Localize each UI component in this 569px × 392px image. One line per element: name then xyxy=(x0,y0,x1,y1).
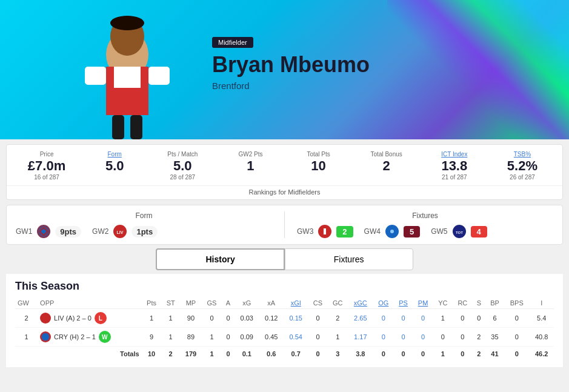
row-st: 1 xyxy=(161,328,179,347)
row-bps: 0 xyxy=(504,309,529,328)
th-s: S xyxy=(473,297,485,309)
th-gc: GC xyxy=(327,297,348,309)
gw5-score: 4 xyxy=(471,226,487,238)
gw4-label: GW4 xyxy=(364,227,381,236)
row-xg: 0.09 xyxy=(235,328,259,347)
th-og: OG xyxy=(373,297,394,309)
row-gc: 1 xyxy=(327,328,348,347)
totals-row: Totals 10 2 179 1 0 0.1 0.6 0.7 0 3 3.8 … xyxy=(15,347,554,362)
tab-section: History Fixtures xyxy=(6,248,563,270)
row-gw: 2 xyxy=(15,309,38,328)
row-i: 40.8 xyxy=(529,328,554,347)
th-i: I xyxy=(529,297,554,309)
row-ps: 0 xyxy=(394,309,413,328)
totals-cs: 0 xyxy=(308,347,327,362)
table-row: 1 CRY (H) 2 – 1 W 9 1 89 1 0 0.09 0.45 0… xyxy=(15,328,554,347)
th-cs: CS xyxy=(308,297,327,309)
stat-tsb: TSB% 5.2% 26 of 287 xyxy=(498,151,547,181)
th-xa: xA xyxy=(259,297,284,309)
row-s: 2 xyxy=(473,328,485,347)
total-bonus-rank xyxy=(362,174,411,181)
player-team: Brentford xyxy=(212,81,370,91)
total-bonus-value: 2 xyxy=(383,158,390,173)
th-yc: YC xyxy=(433,297,453,309)
totals-xg: 0.1 xyxy=(235,347,259,362)
th-bps: BPS xyxy=(504,297,529,309)
header-bg-decoration xyxy=(387,0,569,139)
tsb-value: 5.2% xyxy=(507,158,537,173)
row-opp: CRY (H) 2 – 1 W xyxy=(38,328,142,347)
gw2-pts-rank xyxy=(226,174,275,181)
form-title: Form xyxy=(16,211,272,220)
th-xgi: xGI xyxy=(284,297,308,309)
position-badge: Midfielder xyxy=(212,37,253,48)
row-xg: 0.03 xyxy=(235,309,259,328)
form-rank xyxy=(90,174,139,181)
th-gw: GW xyxy=(15,297,38,309)
row-pm: 0 xyxy=(413,328,433,347)
row-xgi: 0.54 xyxy=(284,328,308,347)
total-bonus-label: Total Bonus xyxy=(362,151,411,158)
th-pts: Pts xyxy=(142,297,162,309)
totals-rc: 0 xyxy=(453,347,473,362)
form-items: GW1 9pts GW2 LIV 1pts xyxy=(16,225,272,238)
row-og: 0 xyxy=(373,328,394,347)
row-xgc: 2.65 xyxy=(348,309,373,328)
totals-s: 2 xyxy=(473,347,485,362)
row-a: 0 xyxy=(222,309,235,328)
row-yc: 1 xyxy=(433,309,453,328)
ict-rank: 21 of 287 xyxy=(430,174,479,181)
svg-rect-5 xyxy=(85,67,106,85)
ff-row: Form GW1 9pts GW2 LIV 1pts Fixtures GW3 xyxy=(16,211,553,238)
totals-gc: 3 xyxy=(327,347,348,362)
fixtures-items: GW3 2 GW4 5 GW5 TOT 4 xyxy=(297,225,553,238)
row-bp: 35 xyxy=(485,328,504,347)
row-xa: 0.12 xyxy=(259,309,284,328)
svg-text:LIV: LIV xyxy=(117,230,124,234)
svg-point-10 xyxy=(110,16,144,30)
price-label: Price xyxy=(22,151,71,158)
pts-match-label: Pts / Match xyxy=(158,151,207,158)
stat-total-pts: Total Pts 10 xyxy=(294,151,343,181)
row-xgi: 0.15 xyxy=(284,309,308,328)
stats-bar: Price £7.0m 16 of 287 Form 5.0 Pts / Mat… xyxy=(6,144,563,200)
gw2-label: GW2 xyxy=(92,227,108,236)
th-bp: BP xyxy=(485,297,504,309)
totals-pts: 10 xyxy=(142,347,162,362)
ict-label: ICT Index xyxy=(430,151,479,158)
svg-marker-11 xyxy=(40,228,47,235)
svg-rect-15 xyxy=(324,228,326,234)
svg-rect-8 xyxy=(130,115,142,139)
gw2-pts-label: GW2 Pts xyxy=(226,151,275,158)
total-pts-label: Total Pts xyxy=(294,151,343,158)
row-bps: 0 xyxy=(504,328,529,347)
row-pts: 9 xyxy=(142,328,162,347)
history-tab[interactable]: History xyxy=(156,248,284,270)
gw4-score: 5 xyxy=(404,226,420,238)
gw1-label: GW1 xyxy=(16,227,32,236)
row-ps: 0 xyxy=(394,328,413,347)
row-og: 0 xyxy=(373,309,394,328)
fixtures-tab[interactable]: Fixtures xyxy=(285,248,413,270)
rankings-label: Rankings for Midfielders xyxy=(7,188,562,196)
stat-total-bonus: Total Bonus 2 xyxy=(362,151,411,181)
liverpool-badge: LIV xyxy=(113,225,127,238)
form-col: Form GW1 9pts GW2 LIV 1pts xyxy=(16,211,285,238)
gw2-pts: 1pts xyxy=(131,226,158,238)
row-pm: 0 xyxy=(413,309,433,328)
pts-match-value: 5.0 xyxy=(173,158,192,173)
player-info: Midfielder Bryan Mbeumo Brentford xyxy=(212,36,370,91)
totals-xgi: 0.7 xyxy=(284,347,308,362)
southampton-badge xyxy=(318,225,331,238)
gw2-pts-value: 1 xyxy=(247,158,254,173)
totals-xa: 0.6 xyxy=(259,347,284,362)
player-image xyxy=(73,6,182,139)
row-rc: 0 xyxy=(453,328,473,347)
total-pts-value: 10 xyxy=(311,158,325,173)
crystal-badge xyxy=(37,225,50,238)
th-ps: PS xyxy=(394,297,413,309)
th-opp: OPP xyxy=(38,297,142,309)
th-xg: xG xyxy=(235,297,259,309)
player-name: Bryan Mbeumo xyxy=(212,53,370,77)
svg-rect-7 xyxy=(112,115,124,139)
